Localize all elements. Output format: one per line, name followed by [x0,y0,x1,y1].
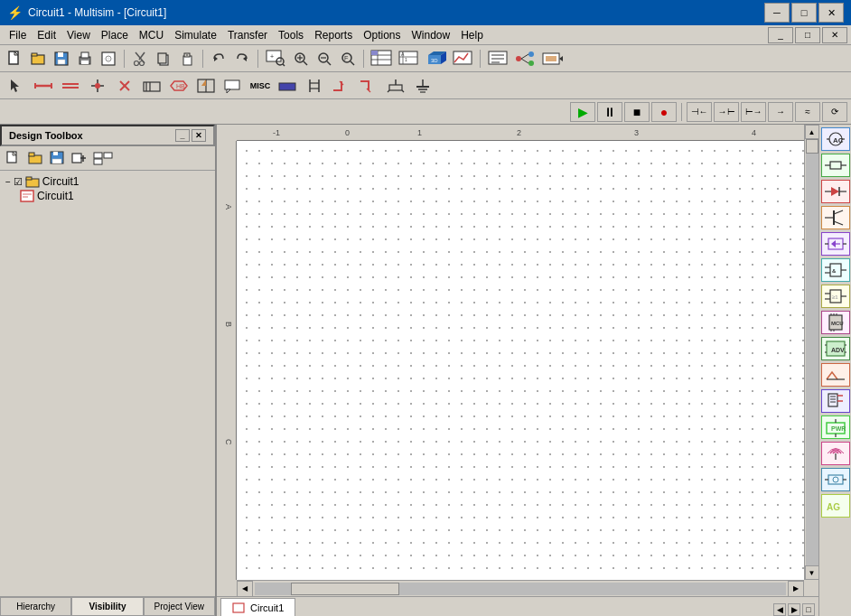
reverse-tool[interactable] [356,75,381,97]
rt-analog-button[interactable] [821,232,850,256]
wire-tool[interactable] [31,75,56,97]
hscroll-thumb[interactable] [291,583,399,595]
bus-tool[interactable] [58,75,83,97]
zoom-fit-button[interactable]: F [337,48,359,70]
undo-button[interactable] [208,48,229,70]
menu-simulate[interactable]: Simulate [169,26,222,44]
vscroll-down-button[interactable]: ▼ [805,565,819,580]
pointer-tool[interactable] [4,75,29,97]
spreadsheet-button[interactable] [369,48,394,70]
step-forward3-button[interactable]: → [768,102,793,122]
rt-diodes-button[interactable] [821,180,850,203]
3d-button[interactable]: 3D [423,48,448,70]
net-button[interactable] [512,48,538,70]
simulate-settings2[interactable]: ⟳ [822,102,847,122]
step-forward-button[interactable]: →⊢ [714,102,739,122]
simulate-settings[interactable]: ≈ [795,102,820,122]
toolbox-add-circuit-button[interactable] [69,149,89,167]
pause-button[interactable]: ⏸ [597,102,622,122]
new-button[interactable] [4,48,25,70]
open-button[interactable] [27,48,49,70]
step-back-button[interactable]: ⊣← [687,102,712,122]
rt-power-button[interactable]: PWR [821,415,850,439]
menu-reports[interactable]: Reports [309,26,358,44]
tab-hierarchy[interactable]: Hierarchy [0,597,71,616]
toolbox-open-design-button[interactable] [25,149,45,167]
redo-button[interactable] [231,48,253,70]
vscroll-track[interactable] [806,139,818,565]
transfer-button[interactable] [539,48,565,70]
toolbox-save-design-button[interactable] [47,149,67,167]
toolbox-minimize-button[interactable]: _ [175,129,190,142]
step-forward2-button[interactable]: ⊢→ [741,102,766,122]
wire-angle-tool[interactable] [329,75,354,97]
rt-advanced-button[interactable]: ADV [821,337,850,360]
toolbox-close-button[interactable]: ✕ [192,129,206,142]
menu-place[interactable]: Place [96,26,134,44]
no-connect-tool[interactable] [112,75,137,97]
comment-tool[interactable] [220,75,246,97]
place-bus-tool[interactable] [275,75,300,97]
hscroll-track[interactable] [255,583,786,595]
rt-mixed-button[interactable] [821,363,850,387]
annotation-button[interactable] [485,48,510,70]
hscroll-right-button[interactable]: ▶ [788,581,804,597]
toolbox-multi-button[interactable] [90,149,116,167]
vscroll-up-button[interactable]: ▲ [805,125,819,139]
rt-electromech-button[interactable] [821,468,850,491]
rt-transistors-button[interactable] [821,206,850,229]
paste-button[interactable] [176,48,198,70]
menu-close-button[interactable]: ✕ [822,27,847,43]
rt-ag-button[interactable]: AG [821,494,850,518]
minimize-button[interactable]: ─ [764,3,790,23]
menu-window[interactable]: Window [407,26,456,44]
schematic-grid[interactable] [237,141,804,580]
menu-options[interactable]: Options [358,26,406,44]
rt-basic-button[interactable] [821,154,850,177]
rt-mcu-button[interactable]: MCU [821,311,850,334]
rt-cmos-button[interactable]: ≥1 [821,285,850,308]
vscroll-thumb[interactable] [806,139,818,154]
ladder-tool[interactable] [302,75,327,97]
stop-button[interactable]: ■ [624,102,650,122]
toolbox-new-design-button[interactable] [4,149,23,167]
schematic-wrapper[interactable]: -1 0 1 2 3 4 A B C ▲ ▼ [217,125,818,596]
run-button[interactable]: ▶ [570,102,595,122]
record-button[interactable]: ● [651,102,677,122]
tab-scroll-left[interactable]: ◀ [773,603,786,616]
hscroll-left-button[interactable]: ◀ [237,581,253,597]
hierarchical-block-tool[interactable]: HB [166,75,192,97]
print-button[interactable] [74,48,96,70]
junction-tool[interactable] [85,75,110,97]
menu-file[interactable]: File [4,26,32,44]
tree-child-row[interactable]: Circuit1 [18,189,211,203]
menu-edit[interactable]: Edit [32,26,61,44]
bus-entry-tool[interactable] [193,75,219,97]
power-ground-tool[interactable] [410,75,435,97]
menu-transfer[interactable]: Transfer [222,26,273,44]
zoom-area-button[interactable]: + [263,48,288,70]
copy-button[interactable] [153,48,174,70]
menu-mcu[interactable]: MCU [134,26,169,44]
postprocessor-button[interactable]: A1 [396,48,421,70]
grapher-button[interactable] [450,48,475,70]
preview-button[interactable] [98,48,119,70]
tab-project-view[interactable]: Project View [144,597,215,616]
tree-root-row[interactable]: − ☑ Circuit1 [4,174,211,189]
menu-view[interactable]: View [61,26,96,44]
misc-tool[interactable]: MISC [248,75,273,97]
circuit-tab-1[interactable]: Circuit1 [220,598,295,616]
tab-visibility[interactable]: Visibility [71,597,143,616]
save-button[interactable] [51,48,72,70]
rt-rf-button[interactable] [821,442,850,465]
menu-help[interactable]: Help [455,26,489,44]
rt-indicators-button[interactable] [821,389,850,413]
net-name-tool[interactable] [139,75,164,97]
global-net-tool[interactable] [383,75,408,97]
menu-tools[interactable]: Tools [273,26,309,44]
maximize-button[interactable]: □ [791,3,817,23]
menu-restore-button[interactable]: □ [795,27,820,43]
cut-button[interactable] [129,48,151,70]
rt-ttl-button[interactable]: & [821,258,850,282]
close-button[interactable]: ✕ [818,3,844,23]
